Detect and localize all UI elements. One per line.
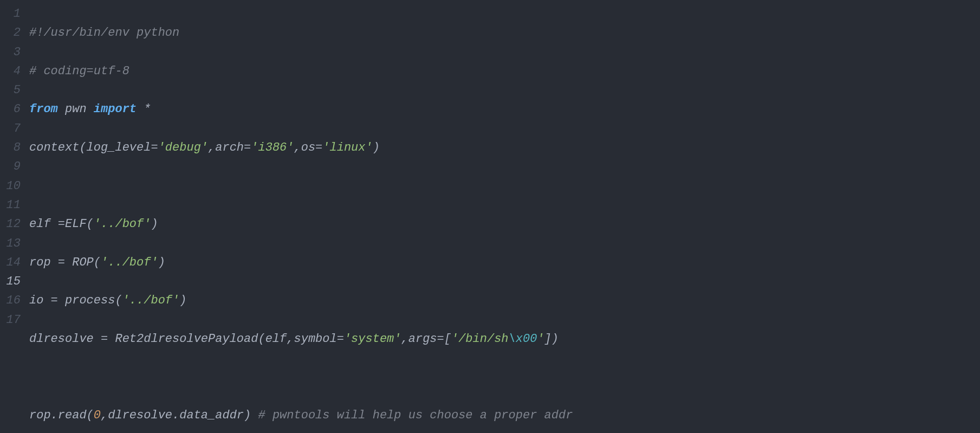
line-number: 6 <box>0 100 21 119</box>
line-number: 14 <box>0 253 21 272</box>
code-line[interactable]: io = process('../bof') <box>29 291 980 310</box>
line-number: 13 <box>0 234 21 253</box>
line-number-gutter: 1 2 3 4 5 6 7 8 9 10 11 12 13 14 15 16 1… <box>0 4 25 433</box>
code-line[interactable]: context(log_level='debug',arch='i386',os… <box>29 138 980 157</box>
code-line[interactable] <box>29 177 980 196</box>
line-number: 17 <box>0 311 21 329</box>
code-line[interactable] <box>29 368 980 387</box>
code-line[interactable]: dlresolve = Ret2dlresolvePayload(elf,sym… <box>29 329 980 348</box>
line-number: 3 <box>0 43 21 62</box>
line-number: 1 <box>0 4 21 23</box>
line-number-active: 15 <box>0 272 21 291</box>
line-number: 16 <box>0 291 21 310</box>
line-number: 2 <box>0 23 21 42</box>
code-line[interactable]: from pwn import * <box>29 100 980 119</box>
code-line[interactable]: # coding=utf-8 <box>29 62 980 81</box>
line-number: 4 <box>0 62 21 81</box>
line-number: 7 <box>0 119 21 138</box>
line-number: 11 <box>0 196 21 215</box>
code-line[interactable]: #!/usr/bin/env python <box>29 23 980 42</box>
line-number: 5 <box>0 81 21 100</box>
code-editor[interactable]: 1 2 3 4 5 6 7 8 9 10 11 12 13 14 15 16 1… <box>0 4 980 433</box>
line-number: 12 <box>0 215 21 234</box>
line-number: 9 <box>0 157 21 176</box>
code-line[interactable]: elf =ELF('../bof') <box>29 215 980 234</box>
code-line[interactable]: rop = ROP('../bof') <box>29 253 980 272</box>
code-line[interactable]: rop.read(0,dlresolve.data_addr) # pwntoo… <box>29 406 980 425</box>
code-area[interactable]: #!/usr/bin/env python # coding=utf-8 fro… <box>25 4 980 433</box>
line-number: 8 <box>0 138 21 157</box>
line-number: 10 <box>0 177 21 196</box>
